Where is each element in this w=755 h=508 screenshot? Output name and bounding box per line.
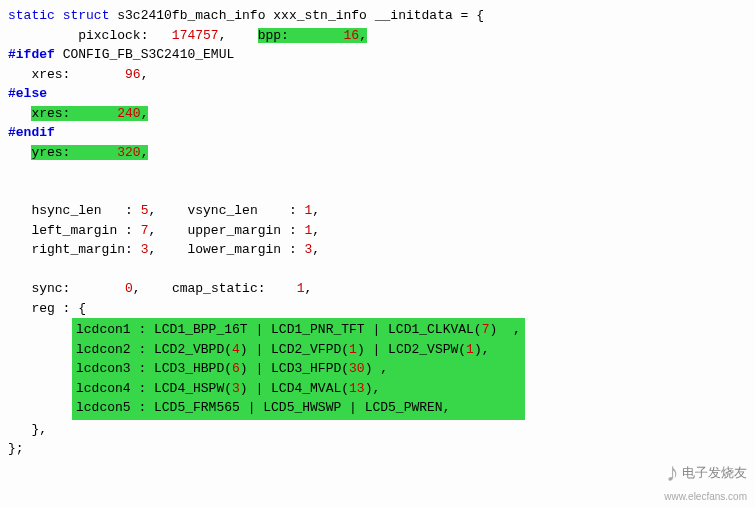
lcdcon2-line: lcdcon2 : LCD2_VBPD(4) | LCD2_VFPD(1) | … [76,340,521,360]
initdata: __initdata [375,8,453,23]
lcdcon1-line: lcdcon1 : LCD1_BPP_16T | LCD1_PNR_TFT | … [76,320,521,340]
reg-label: reg : { [31,301,86,316]
struct-declaration: static struct s3c2410fb_mach_info xxx_st… [8,6,747,26]
brace-close: }, [31,422,47,437]
else-line: #else [8,84,747,104]
kw-struct: struct [63,8,110,23]
blank-line [8,162,747,182]
type-name: s3c2410fb_mach_info [117,8,265,23]
yres-value: 320 [117,145,140,160]
xres2-line: xres: 240, [8,104,747,124]
xres1-value: 96 [125,67,141,82]
struct-end: }; [8,441,24,456]
pp-ifdef: #ifdef [8,47,55,62]
watermark-logo-icon: ♪ [666,453,679,492]
lcdcon3-line: lcdcon3 : LCD3_HBPD(6) | LCD3_HFPD(30) , [76,359,521,379]
xres2-highlight: xres: 240, [31,106,148,121]
pixclock-bpp-line: pixclock: 174757, bpp: 16, [8,26,747,46]
blank-line [8,260,747,280]
rmargin-lomargin-line: right_margin: 3, lower_margin : 3, [8,240,747,260]
reg-close-line: }, [8,420,747,440]
lcdcon4-line: lcdcon4 : LCD4_HSPW(3) | LCD4_MVAL(13), [76,379,521,399]
yres-line: yres: 320, [8,143,747,163]
watermark-cn: 电子发烧友 [682,465,747,480]
ifdef-symbol: CONFIG_FB_S3C2410_EMUL [63,47,235,62]
var-name: xxx_stn_info [273,8,367,23]
lcdcon5-line: lcdcon5 : LCD5_FRM565 | LCD5_HWSWP | LCD… [76,398,521,418]
pixclock-value: 174757 [172,28,219,43]
xres1-label: xres: [31,67,70,82]
watermark: ♪ 电子发烧友 www.elecfans.com [664,449,747,505]
endif-line: #endif [8,123,747,143]
bpp-label: bpp: [258,28,289,43]
eq-brace: = { [453,8,484,23]
pixclock-label: pixclock: [78,28,148,43]
kw-static: static [8,8,55,23]
pp-endif: #endif [8,125,55,140]
bpp-value: 16 [344,28,360,43]
xres2-label: xres: [31,106,70,121]
register-block: lcdcon1 : LCD1_BPP_16T | LCD1_PNR_TFT | … [72,318,525,420]
reg-open-line: reg : { [8,299,747,319]
yres-label: yres: [31,145,70,160]
bpp-highlight: bpp: 16, [258,28,367,43]
hsync-vsync-line: hsync_len : 5, vsync_len : 1, [8,201,747,221]
lmargin-umargin-line: left_margin : 7, upper_margin : 1, [8,221,747,241]
yres-highlight: yres: 320, [31,145,148,160]
blank-line [8,182,747,202]
xres2-value: 240 [117,106,140,121]
sync-cmap-line: sync: 0, cmap_static: 1, [8,279,747,299]
pp-else: #else [8,86,47,101]
watermark-url: www.elecfans.com [664,491,747,502]
struct-end-line: }; [8,439,747,459]
ifdef-line: #ifdef CONFIG_FB_S3C2410_EMUL [8,45,747,65]
xres1-line: xres: 96, [8,65,747,85]
